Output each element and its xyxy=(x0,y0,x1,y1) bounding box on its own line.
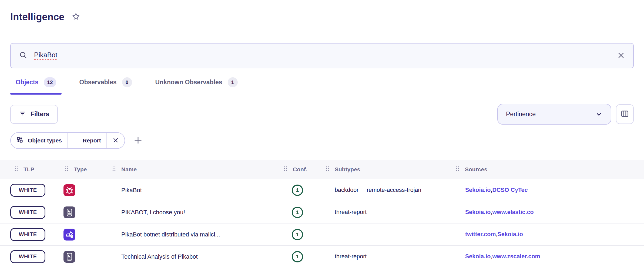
results-tabs: Objects 12 Observables 0 Unknown Observa… xyxy=(0,76,644,94)
report-icon xyxy=(63,206,75,218)
table-row[interactable]: WHITEPikaBot1backdoorremote-access-troja… xyxy=(0,179,644,201)
subtype-label: threat-report xyxy=(335,253,367,260)
column-header-conf[interactable]: Conf. xyxy=(280,166,321,173)
confidence-badge: 1 xyxy=(292,229,303,240)
confidence-cell: 1 xyxy=(280,229,321,240)
source-link[interactable]: DCSO CyTec xyxy=(492,187,528,193)
object-name[interactable]: PikaBot xyxy=(108,187,280,194)
filter-icon xyxy=(19,110,26,119)
tab-count-badge: 0 xyxy=(122,77,132,87)
drag-dots-icon[interactable] xyxy=(456,166,459,173)
column-header-subtypes[interactable]: Subtypes xyxy=(321,166,452,173)
sources-cell: twitter.com, Sekoia.io xyxy=(452,231,634,238)
confidence-cell: 1 xyxy=(280,185,321,196)
confidence-cell: 1 xyxy=(280,207,321,218)
page-header: Intelligence xyxy=(0,0,644,34)
drag-dots-icon[interactable] xyxy=(326,166,329,173)
confidence-badge: 1 xyxy=(292,207,303,218)
subtype-label: backdoor xyxy=(335,187,358,193)
filter-chip-value-label: Report xyxy=(83,137,101,144)
columns-settings-button[interactable] xyxy=(616,104,634,124)
confidence-cell: 1 xyxy=(280,251,321,262)
sources-cell: Sekoia.io, www.elastic.co xyxy=(452,209,634,216)
tlp-badge: WHITE xyxy=(10,206,45,219)
tab-objects[interactable]: Objects 12 xyxy=(10,76,62,94)
remove-filter-button[interactable] xyxy=(106,133,125,148)
intelligence-page: Intelligence PikaBot xyxy=(0,0,644,267)
filter-chip-operator xyxy=(67,133,77,148)
drag-dots-icon[interactable] xyxy=(65,166,69,173)
search-input[interactable]: PikaBot xyxy=(10,43,634,68)
table-body: WHITEPikaBot1backdoorremote-access-troja… xyxy=(0,179,644,267)
filter-chip-category-label: Object types xyxy=(28,137,62,144)
clear-search-button[interactable] xyxy=(617,51,625,60)
columns-icon xyxy=(620,109,629,119)
source-link[interactable]: twitter.com xyxy=(465,231,496,238)
column-header-name[interactable]: Name xyxy=(108,166,280,173)
sources-cell: Sekoia.io, DCSO CyTec xyxy=(452,187,634,193)
favorite-button[interactable] xyxy=(72,12,80,21)
confidence-badge: 1 xyxy=(292,185,303,196)
filters-button[interactable]: Filters xyxy=(10,105,58,124)
add-filter-button[interactable] xyxy=(133,135,143,146)
results-table: TLPTypeNameConf.SubtypesSources WHITEPik… xyxy=(0,160,644,267)
tab-count-badge: 1 xyxy=(228,77,238,87)
source-link[interactable]: Sekoia.io xyxy=(465,253,491,260)
drag-dots-icon[interactable] xyxy=(284,166,287,173)
tab-observables[interactable]: Observables 0 xyxy=(74,76,137,94)
tab-label: Objects xyxy=(16,79,38,86)
column-label: Name xyxy=(121,166,137,173)
drag-dots-icon[interactable] xyxy=(14,166,18,173)
plus-icon xyxy=(133,135,143,146)
table-row[interactable]: WHITETechnical Analysis of Pikabot1threa… xyxy=(0,246,644,267)
type-cell xyxy=(61,184,108,196)
object-name[interactable]: PikaBot botnet distributed via malici... xyxy=(108,231,280,238)
tab-label: Unknown Observables xyxy=(155,79,222,86)
search-value[interactable]: PikaBot xyxy=(34,51,57,60)
tab-unknown-observables[interactable]: Unknown Observables 1 xyxy=(150,76,243,94)
column-label: Subtypes xyxy=(335,166,360,173)
type-cell xyxy=(61,251,108,263)
object-name[interactable]: Technical Analysis of Pikabot xyxy=(108,253,280,260)
column-label: Type xyxy=(74,166,87,173)
chevron-down-icon xyxy=(595,111,603,118)
source-link[interactable]: www.elastic.co xyxy=(492,209,534,216)
drag-dots-icon[interactable] xyxy=(112,166,116,173)
tlp-cell: WHITE xyxy=(10,206,61,219)
tlp-cell: WHITE xyxy=(10,228,61,241)
tlp-cell: WHITE xyxy=(10,250,61,263)
type-cell xyxy=(61,229,108,241)
filter-chip-value[interactable]: Report xyxy=(77,133,106,148)
column-header-type[interactable]: Type xyxy=(61,166,108,173)
tab-label: Observables xyxy=(79,79,117,86)
type-cell xyxy=(61,206,108,218)
subtype-label: threat-report xyxy=(335,209,367,216)
column-header-tlp[interactable]: TLP xyxy=(10,166,61,173)
column-label: Conf. xyxy=(293,166,307,173)
grid-icon xyxy=(16,136,24,145)
star-icon xyxy=(72,12,80,21)
sort-select[interactable]: Pertinence xyxy=(497,104,611,125)
confidence-badge: 1 xyxy=(292,251,303,262)
source-link[interactable]: Sekoia.io xyxy=(465,209,491,216)
tlp-badge: WHITE xyxy=(10,228,45,241)
filter-chip-object-types: Object types Report xyxy=(10,132,125,149)
object-name[interactable]: PIKABOT, I choose you! xyxy=(108,209,280,216)
search-icon xyxy=(19,51,28,61)
active-filters-row: Object types Report xyxy=(0,132,644,149)
source-link[interactable]: Sekoia.io xyxy=(465,187,491,193)
x-icon xyxy=(112,137,119,145)
sort-value: Pertinence xyxy=(506,111,536,118)
filter-chip-category[interactable]: Object types xyxy=(11,133,67,148)
source-link[interactable]: Sekoia.io xyxy=(497,231,523,238)
table-row[interactable]: WHITEPIKABOT, I choose you!1threat-repor… xyxy=(0,201,644,223)
x-icon xyxy=(617,51,625,60)
table-header-row: TLPTypeNameConf.SubtypesSources xyxy=(0,160,644,179)
table-row[interactable]: WHITEPikaBot botnet distributed via mali… xyxy=(0,223,644,246)
subtypes-cell: backdoorremote-access-trojan xyxy=(321,187,452,193)
source-link[interactable]: www.zscaler.com xyxy=(492,253,540,260)
column-header-sources[interactable]: Sources xyxy=(452,166,634,173)
sources-cell: Sekoia.io, www.zscaler.com xyxy=(452,253,634,260)
subtypes-cell: threat-report xyxy=(321,253,452,260)
tab-count-badge: 12 xyxy=(44,77,56,87)
